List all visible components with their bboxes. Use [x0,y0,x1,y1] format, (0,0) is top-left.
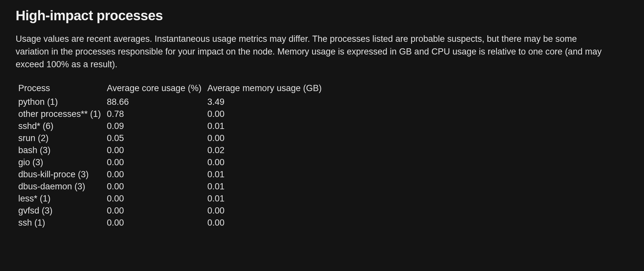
cell-memory: 0.01 [205,168,325,181]
cell-memory: 0.00 [205,132,325,144]
cell-process: less* (1) [16,193,104,205]
cell-memory: 3.49 [205,96,325,108]
cell-process: dbus-daemon (3) [16,181,104,193]
col-header-cpu: Average core usage (%) [104,82,205,96]
table-row: python (1)88.663.49 [16,96,325,108]
cell-memory: 0.00 [205,205,325,217]
cell-memory: 0.01 [205,193,325,205]
table-row: less* (1)0.000.01 [16,193,325,205]
col-header-memory: Average memory usage (GB) [205,82,325,96]
cell-memory: 0.01 [205,181,325,193]
cell-process: srun (2) [16,132,104,144]
cell-cpu: 0.00 [104,168,205,181]
cell-process: dbus-kill-proce (3) [16,168,104,181]
cell-memory: 0.00 [205,217,325,229]
cell-cpu: 0.00 [104,205,205,217]
cell-process: gio (3) [16,156,104,168]
table-row: dbus-daemon (3)0.000.01 [16,181,325,193]
section-description: Usage values are recent averages. Instan… [16,33,609,71]
cell-process: sshd* (6) [16,120,104,132]
cell-process: gvfsd (3) [16,205,104,217]
cell-cpu: 0.09 [104,120,205,132]
cell-process: python (1) [16,96,104,108]
table-row: dbus-kill-proce (3)0.000.01 [16,168,325,181]
cell-cpu: 0.05 [104,132,205,144]
table-row: other processes** (1)0.780.00 [16,108,325,120]
cell-cpu: 0.00 [104,144,205,156]
table-row: ssh (1)0.000.00 [16,217,325,229]
table-row: sshd* (6)0.090.01 [16,120,325,132]
table-row: gvfsd (3)0.000.00 [16,205,325,217]
table-row: gio (3)0.000.00 [16,156,325,168]
cell-cpu: 0.00 [104,217,205,229]
cell-memory: 0.01 [205,120,325,132]
table-row: bash (3)0.000.02 [16,144,325,156]
cell-memory: 0.02 [205,144,325,156]
col-header-process: Process [16,82,104,96]
process-table: Process Average core usage (%) Average m… [16,82,325,229]
process-table-body: python (1)88.663.49other processes** (1)… [16,96,325,229]
cell-cpu: 0.00 [104,156,205,168]
cell-cpu: 0.00 [104,193,205,205]
cell-process: bash (3) [16,144,104,156]
cell-memory: 0.00 [205,108,325,120]
section-title: High-impact processes [16,8,628,24]
table-row: srun (2)0.050.00 [16,132,325,144]
cell-process: ssh (1) [16,217,104,229]
cell-memory: 0.00 [205,156,325,168]
table-header-row: Process Average core usage (%) Average m… [16,82,325,96]
cell-cpu: 0.00 [104,181,205,193]
cell-process: other processes** (1) [16,108,104,120]
cell-cpu: 88.66 [104,96,205,108]
cell-cpu: 0.78 [104,108,205,120]
